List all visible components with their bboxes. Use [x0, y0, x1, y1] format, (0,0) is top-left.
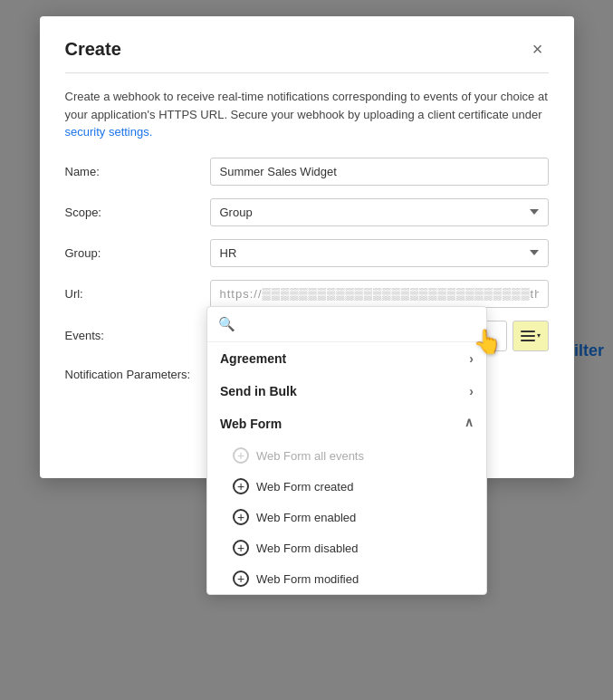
dropdown-search-input[interactable] [243, 318, 475, 331]
scope-label: Scope: [65, 206, 210, 219]
name-row: Name: [65, 158, 549, 186]
url-input[interactable] [210, 280, 549, 308]
category-agreement-label: Agreement [220, 351, 286, 366]
dropdown-category-send-in-bulk[interactable]: Send in Bulk › [207, 375, 486, 408]
dropdown-item-label-web-form-enabled: Web Form enabled [256, 511, 356, 524]
dropdown-item-web-form-all[interactable]: + Web Form all events [207, 440, 486, 471]
scope-select[interactable]: Group Account User [210, 198, 549, 226]
filter-lines-icon [521, 331, 535, 341]
dropdown-category-web-form[interactable]: Web Form ∨ [207, 408, 486, 440]
url-label: Url: [65, 287, 210, 301]
name-label: Name: [65, 165, 210, 178]
search-icon: 🔍 [218, 316, 235, 332]
group-row: Group: HR Finance Engineering [65, 239, 549, 267]
group-control: HR Finance Engineering [210, 239, 549, 267]
notif-label: Notification Parameters: [65, 364, 210, 381]
dropdown-item-web-form-modified[interactable]: + Web Form modified [207, 563, 486, 594]
add-circle-icon-web-form-created: + [233, 478, 249, 494]
dropdown-list: Agreement › Send in Bulk › Web Form ∨ + … [207, 342, 486, 594]
scope-control: Group Account User [210, 198, 549, 226]
events-filter-button[interactable]: ▾ [512, 321, 549, 351]
dropdown-search-area: 🔍 [207, 307, 486, 342]
close-button[interactable]: × [527, 38, 549, 60]
group-label: Group: [65, 246, 210, 260]
add-circle-icon-web-form-disabled: + [233, 540, 249, 556]
chevron-down-icon: ▾ [537, 331, 541, 340]
events-dropdown-panel: 🔍 Agreement › Send in Bulk › Web Form ∨ [206, 306, 487, 595]
dropdown-item-label-web-form-disabled: Web Form disabled [256, 542, 358, 555]
dropdown-item-label-web-form-created: Web Form created [256, 480, 353, 494]
modal-title: Create [65, 39, 121, 60]
dropdown-item-label-web-form-modified: Web Form modified [256, 572, 359, 586]
name-input[interactable] [210, 158, 549, 186]
dropdown-item-label-web-form-all: Web Form all events [256, 449, 364, 463]
modal-header: Create × [65, 38, 549, 60]
web-form-subcategory: + Web Form all events + Web Form created… [207, 440, 486, 594]
events-label: Events: [65, 329, 210, 342]
dropdown-item-web-form-disabled[interactable]: + Web Form disabled [207, 532, 486, 563]
url-control [210, 280, 549, 308]
name-control [210, 158, 549, 186]
add-circle-icon-web-form-modified: + [233, 571, 249, 587]
modal-description: Create a webhook to receive real-time no… [65, 88, 549, 141]
page-background: Filter Create × Create a webhook to rece… [0, 0, 613, 700]
scope-row: Scope: Group Account User [65, 198, 549, 226]
url-row: Url: [65, 280, 549, 308]
add-circle-icon-web-form-enabled: + [233, 509, 249, 525]
dropdown-item-web-form-enabled[interactable]: + Web Form enabled [207, 502, 486, 532]
category-web-form-label: Web Form [220, 417, 282, 431]
security-settings-link[interactable]: security settings. [65, 125, 153, 139]
dropdown-item-web-form-created[interactable]: + Web Form created [207, 471, 486, 502]
chevron-right-icon-send-in-bulk: › [469, 384, 474, 398]
category-send-in-bulk-label: Send in Bulk [220, 384, 297, 398]
dropdown-category-agreement[interactable]: Agreement › [207, 342, 486, 375]
header-divider [65, 72, 549, 73]
add-circle-icon-web-form-all: + [233, 447, 249, 464]
group-select[interactable]: HR Finance Engineering [210, 239, 549, 267]
chevron-right-icon-agreement: › [469, 351, 474, 366]
chevron-down-icon-web-form: ∨ [465, 417, 474, 431]
